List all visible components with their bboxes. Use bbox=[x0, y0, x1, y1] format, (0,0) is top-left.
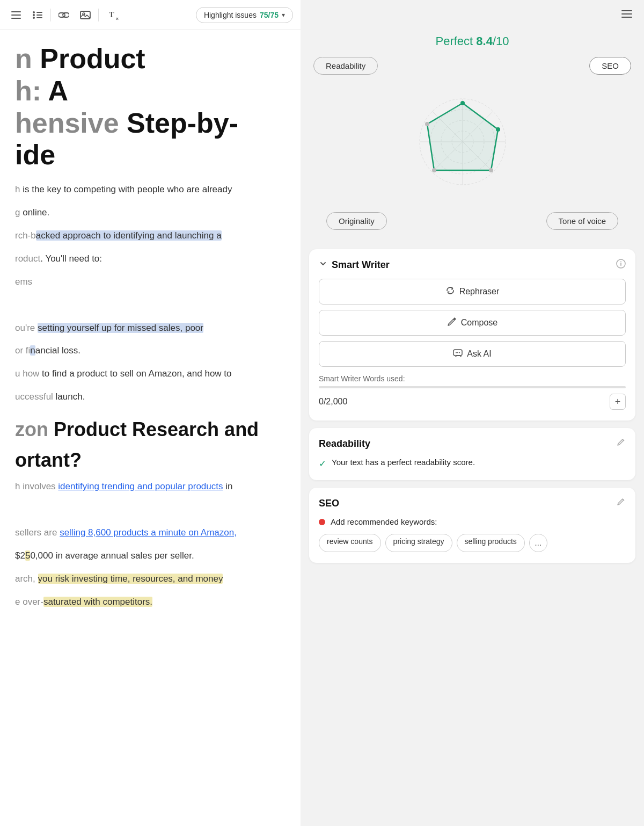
title-line-1: n Product bbox=[15, 43, 286, 75]
highlight-label: Highlight issues bbox=[204, 11, 257, 19]
section-para-5: arch, you risk investing time, resources… bbox=[15, 571, 286, 587]
score-number: 8.4 bbox=[476, 34, 493, 48]
rephraser-button[interactable]: Rephraser bbox=[319, 279, 626, 305]
tab-tone-of-voice[interactable]: Tone of voice bbox=[546, 212, 618, 230]
words-count-row: 0/2,000 + bbox=[319, 394, 626, 410]
svg-rect-6 bbox=[36, 15, 42, 16]
readability-card: Readability ✓ Your text has a perfect re… bbox=[309, 428, 635, 480]
para-8: ou're setting yourself up for missed sal… bbox=[15, 321, 286, 336]
svg-point-30 bbox=[620, 262, 621, 263]
title-line-2: h: A bbox=[15, 75, 286, 107]
score-title: Perfect 8.4/10 bbox=[313, 34, 631, 48]
para-9: or financial loss. bbox=[15, 343, 286, 359]
svg-rect-13 bbox=[621, 17, 632, 18]
readability-message: Your text has a perfect readability scor… bbox=[332, 458, 475, 467]
clear-format-icon[interactable]: T× bbox=[103, 6, 120, 24]
menu-lines-icon[interactable] bbox=[8, 6, 25, 24]
seo-edit-icon[interactable] bbox=[616, 497, 626, 510]
tab-seo[interactable]: SEO bbox=[589, 57, 631, 75]
svg-rect-8 bbox=[36, 17, 42, 18]
tab-originality[interactable]: Originality bbox=[326, 212, 387, 230]
para-6 bbox=[15, 298, 286, 313]
svg-rect-12 bbox=[621, 13, 632, 15]
red-dot-icon bbox=[319, 519, 325, 525]
right-menu-icon[interactable] bbox=[618, 5, 635, 23]
svg-point-33 bbox=[457, 352, 458, 353]
link-selling-products[interactable]: selling 8,600 products a minute on Amazo… bbox=[60, 527, 237, 538]
document-content: n Product h: A hensive Step-by- ide h is… bbox=[0, 30, 301, 826]
section-para-4: $250,000 in average annual sales per sel… bbox=[15, 548, 286, 564]
svg-point-7 bbox=[33, 17, 35, 19]
collapse-icon[interactable] bbox=[319, 259, 327, 271]
title-line-3: hensive Step-by- bbox=[15, 107, 286, 140]
smart-writer-card: Smart Writer Rephraser bbox=[309, 249, 635, 421]
ask-ai-icon bbox=[453, 348, 463, 360]
words-progress-bar bbox=[319, 386, 626, 388]
smart-writer-label: Smart Writer bbox=[332, 259, 390, 271]
right-panel: Perfect 8.4/10 Readability SEO bbox=[301, 0, 644, 826]
keyword-tag-1[interactable]: pricing strategy bbox=[385, 534, 452, 552]
compose-icon bbox=[447, 317, 457, 329]
seo-card: SEO Add recommended keywords: review cou… bbox=[309, 488, 635, 563]
keyword-tag-2[interactable]: selling products bbox=[457, 534, 525, 552]
highlight-count: 75/75 bbox=[260, 11, 279, 19]
more-keywords-button[interactable]: ... bbox=[529, 534, 547, 552]
para-2: g online. bbox=[15, 205, 286, 221]
svg-point-24 bbox=[496, 127, 500, 132]
check-icon: ✓ bbox=[319, 458, 326, 469]
keyword-tags: review counts pricing strategy selling p… bbox=[319, 534, 626, 552]
rephraser-icon bbox=[445, 286, 455, 298]
score-tabs-top: Readability SEO bbox=[313, 57, 631, 75]
image-icon[interactable] bbox=[77, 6, 94, 24]
words-count-display: 0/2,000 bbox=[319, 397, 347, 407]
svg-point-5 bbox=[33, 14, 35, 16]
chevron-down-icon: ▾ bbox=[282, 11, 285, 19]
document-body: h is the key to competing with people wh… bbox=[15, 182, 286, 610]
section-para-1: h involves identifying trending and popu… bbox=[15, 479, 286, 495]
keyword-tag-0[interactable]: review counts bbox=[319, 534, 381, 552]
words-used-label: Smart Writer Words used: bbox=[319, 374, 626, 383]
score-section: Perfect 8.4/10 Readability SEO bbox=[301, 28, 644, 249]
readability-title: Readability bbox=[319, 438, 370, 450]
svg-point-27 bbox=[425, 122, 429, 126]
right-toolbar bbox=[301, 0, 644, 28]
readability-header: Readability bbox=[319, 438, 626, 450]
ask-ai-button[interactable]: Ask AI bbox=[319, 341, 626, 367]
info-icon[interactable] bbox=[616, 259, 626, 271]
link-trending-products[interactable]: identifying trending and popular product… bbox=[58, 481, 223, 491]
section-para-6: e over-saturated with competitors. bbox=[15, 595, 286, 610]
svg-point-32 bbox=[456, 352, 457, 353]
toolbar-divider bbox=[50, 9, 51, 21]
seo-issue-label: Add recommended keywords: bbox=[331, 517, 437, 526]
title-line-4: ide bbox=[15, 139, 286, 171]
readability-edit-icon[interactable] bbox=[616, 438, 626, 450]
score-out-of: /10 bbox=[493, 34, 509, 48]
compose-label: Compose bbox=[461, 318, 497, 328]
document-title: n Product h: A hensive Step-by- ide bbox=[15, 43, 286, 171]
para-4: roduct. You'll need to: bbox=[15, 251, 286, 267]
svg-rect-29 bbox=[620, 263, 621, 266]
svg-rect-9 bbox=[80, 11, 90, 19]
svg-point-34 bbox=[459, 352, 460, 353]
rephraser-label: Rephraser bbox=[459, 287, 500, 296]
radar-chart bbox=[401, 85, 524, 204]
seo-header: SEO bbox=[319, 497, 626, 510]
compose-button[interactable]: Compose bbox=[319, 310, 626, 336]
smart-writer-title: Smart Writer bbox=[319, 259, 390, 271]
score-tabs-bottom: Originality Tone of voice bbox=[313, 208, 631, 238]
highlight-issues-button[interactable]: Highlight issues 75/75 ▾ bbox=[196, 7, 293, 23]
seo-title: SEO bbox=[319, 498, 339, 509]
seo-issue-row: Add recommended keywords: bbox=[319, 517, 626, 526]
bullet-list-icon[interactable] bbox=[29, 6, 46, 24]
svg-rect-0 bbox=[11, 11, 21, 12]
smart-writer-header: Smart Writer bbox=[319, 259, 626, 271]
readability-message-row: ✓ Your text has a perfect readability sc… bbox=[319, 458, 626, 469]
svg-rect-1 bbox=[11, 15, 21, 16]
para-10: u how to find a product to sell on Amazo… bbox=[15, 366, 286, 382]
words-add-button[interactable]: + bbox=[610, 394, 626, 410]
svg-marker-22 bbox=[427, 103, 498, 170]
link-icon[interactable] bbox=[55, 6, 72, 24]
tab-readability[interactable]: Readability bbox=[313, 57, 378, 75]
para-5: ems bbox=[15, 274, 286, 290]
left-panel: T× Highlight issues 75/75 ▾ n Product h:… bbox=[0, 0, 301, 826]
